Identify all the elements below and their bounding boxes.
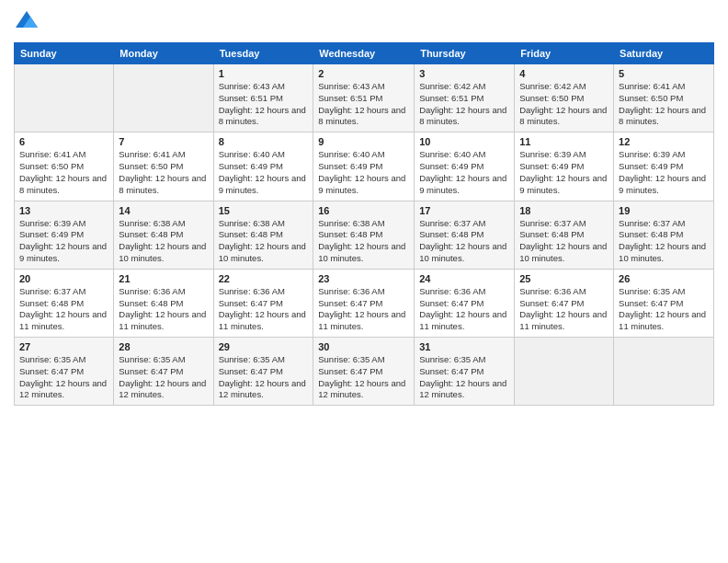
calendar-cell bbox=[614, 338, 714, 406]
cell-info: Sunrise: 6:40 AMSunset: 6:49 PMDaylight:… bbox=[318, 149, 409, 196]
cell-info: Sunrise: 6:38 AMSunset: 6:48 PMDaylight:… bbox=[119, 218, 208, 265]
cell-info: Sunrise: 6:36 AMSunset: 6:47 PMDaylight:… bbox=[419, 286, 509, 333]
calendar-cell: 12Sunrise: 6:39 AMSunset: 6:49 PMDayligh… bbox=[614, 132, 714, 201]
day-number: 18 bbox=[519, 205, 609, 216]
calendar-cell: 1Sunrise: 6:43 AMSunset: 6:51 PMDaylight… bbox=[213, 64, 313, 132]
day-number: 27 bbox=[19, 341, 108, 352]
cell-info: Sunrise: 6:37 AMSunset: 6:48 PMDaylight:… bbox=[419, 218, 509, 265]
calendar-cell: 27Sunrise: 6:35 AMSunset: 6:47 PMDayligh… bbox=[15, 338, 114, 406]
weekday-header-row: SundayMondayTuesdayWednesdayThursdayFrid… bbox=[15, 43, 714, 64]
day-number: 31 bbox=[419, 341, 509, 352]
day-number: 22 bbox=[219, 273, 309, 284]
logo bbox=[14, 9, 43, 35]
calendar-cell: 21Sunrise: 6:36 AMSunset: 6:48 PMDayligh… bbox=[114, 269, 213, 337]
day-number: 30 bbox=[318, 341, 409, 352]
cell-info: Sunrise: 6:41 AMSunset: 6:50 PMDaylight:… bbox=[619, 81, 709, 128]
calendar-cell: 13Sunrise: 6:39 AMSunset: 6:49 PMDayligh… bbox=[15, 201, 114, 269]
day-number: 14 bbox=[119, 205, 208, 216]
calendar-cell: 29Sunrise: 6:35 AMSunset: 6:47 PMDayligh… bbox=[213, 338, 313, 406]
day-number: 24 bbox=[419, 273, 509, 284]
calendar-cell: 14Sunrise: 6:38 AMSunset: 6:48 PMDayligh… bbox=[114, 201, 213, 269]
cell-info: Sunrise: 6:38 AMSunset: 6:48 PMDaylight:… bbox=[318, 218, 409, 265]
cell-info: Sunrise: 6:39 AMSunset: 6:49 PMDaylight:… bbox=[19, 218, 108, 265]
calendar-cell: 6Sunrise: 6:41 AMSunset: 6:50 PMDaylight… bbox=[15, 132, 114, 201]
cell-info: Sunrise: 6:35 AMSunset: 6:47 PMDaylight:… bbox=[318, 354, 409, 401]
day-number: 29 bbox=[219, 341, 309, 352]
day-number: 9 bbox=[318, 136, 409, 147]
day-number: 5 bbox=[619, 68, 709, 79]
calendar-cell bbox=[15, 64, 114, 132]
day-number: 16 bbox=[318, 205, 409, 216]
day-number: 8 bbox=[219, 136, 309, 147]
weekday-header-thursday: Thursday bbox=[415, 43, 515, 64]
weekday-header-sunday: Sunday bbox=[15, 43, 114, 64]
cell-info: Sunrise: 6:37 AMSunset: 6:48 PMDaylight:… bbox=[519, 218, 609, 265]
day-number: 12 bbox=[619, 136, 709, 147]
day-number: 6 bbox=[19, 136, 108, 147]
day-number: 7 bbox=[119, 136, 208, 147]
calendar-cell: 26Sunrise: 6:35 AMSunset: 6:47 PMDayligh… bbox=[614, 269, 714, 337]
calendar-cell: 3Sunrise: 6:42 AMSunset: 6:51 PMDaylight… bbox=[415, 64, 515, 132]
cell-info: Sunrise: 6:42 AMSunset: 6:50 PMDaylight:… bbox=[519, 81, 609, 128]
cell-info: Sunrise: 6:39 AMSunset: 6:49 PMDaylight:… bbox=[519, 149, 609, 196]
weekday-header-wednesday: Wednesday bbox=[313, 43, 415, 64]
calendar-cell: 16Sunrise: 6:38 AMSunset: 6:48 PMDayligh… bbox=[313, 201, 415, 269]
cell-info: Sunrise: 6:38 AMSunset: 6:48 PMDaylight:… bbox=[219, 218, 309, 265]
calendar-cell bbox=[114, 64, 213, 132]
day-number: 13 bbox=[19, 205, 108, 216]
calendar-table: SundayMondayTuesdayWednesdayThursdayFrid… bbox=[14, 42, 714, 406]
cell-info: Sunrise: 6:41 AMSunset: 6:50 PMDaylight:… bbox=[119, 149, 208, 196]
cell-info: Sunrise: 6:43 AMSunset: 6:51 PMDaylight:… bbox=[219, 81, 309, 128]
week-row-3: 13Sunrise: 6:39 AMSunset: 6:49 PMDayligh… bbox=[15, 201, 714, 269]
day-number: 11 bbox=[519, 136, 609, 147]
day-number: 19 bbox=[619, 205, 709, 216]
calendar-cell: 2Sunrise: 6:43 AMSunset: 6:51 PMDaylight… bbox=[313, 64, 415, 132]
cell-info: Sunrise: 6:40 AMSunset: 6:49 PMDaylight:… bbox=[219, 149, 309, 196]
cell-info: Sunrise: 6:43 AMSunset: 6:51 PMDaylight:… bbox=[318, 81, 409, 128]
calendar-cell: 17Sunrise: 6:37 AMSunset: 6:48 PMDayligh… bbox=[415, 201, 515, 269]
calendar-cell: 24Sunrise: 6:36 AMSunset: 6:47 PMDayligh… bbox=[415, 269, 515, 337]
cell-info: Sunrise: 6:39 AMSunset: 6:49 PMDaylight:… bbox=[619, 149, 709, 196]
calendar-cell: 9Sunrise: 6:40 AMSunset: 6:49 PMDaylight… bbox=[313, 132, 415, 201]
cell-info: Sunrise: 6:35 AMSunset: 6:47 PMDaylight:… bbox=[619, 286, 709, 333]
calendar-cell: 18Sunrise: 6:37 AMSunset: 6:48 PMDayligh… bbox=[515, 201, 614, 269]
weekday-header-saturday: Saturday bbox=[614, 43, 714, 64]
calendar-cell: 8Sunrise: 6:40 AMSunset: 6:49 PMDaylight… bbox=[213, 132, 313, 201]
day-number: 23 bbox=[318, 273, 409, 284]
week-row-2: 6Sunrise: 6:41 AMSunset: 6:50 PMDaylight… bbox=[15, 132, 714, 201]
cell-info: Sunrise: 6:36 AMSunset: 6:47 PMDaylight:… bbox=[519, 286, 609, 333]
day-number: 10 bbox=[419, 136, 509, 147]
week-row-1: 1Sunrise: 6:43 AMSunset: 6:51 PMDaylight… bbox=[15, 64, 714, 132]
cell-info: Sunrise: 6:35 AMSunset: 6:47 PMDaylight:… bbox=[419, 354, 509, 401]
cell-info: Sunrise: 6:40 AMSunset: 6:49 PMDaylight:… bbox=[419, 149, 509, 196]
cell-info: Sunrise: 6:36 AMSunset: 6:47 PMDaylight:… bbox=[219, 286, 309, 333]
cell-info: Sunrise: 6:36 AMSunset: 6:48 PMDaylight:… bbox=[119, 286, 208, 333]
week-row-4: 20Sunrise: 6:37 AMSunset: 6:48 PMDayligh… bbox=[15, 269, 714, 337]
day-number: 28 bbox=[119, 341, 208, 352]
weekday-header-tuesday: Tuesday bbox=[213, 43, 313, 64]
weekday-header-monday: Monday bbox=[114, 43, 213, 64]
day-number: 26 bbox=[619, 273, 709, 284]
calendar-cell: 31Sunrise: 6:35 AMSunset: 6:47 PMDayligh… bbox=[415, 338, 515, 406]
weekday-header-friday: Friday bbox=[515, 43, 614, 64]
cell-info: Sunrise: 6:36 AMSunset: 6:47 PMDaylight:… bbox=[318, 286, 409, 333]
day-number: 25 bbox=[519, 273, 609, 284]
cell-info: Sunrise: 6:35 AMSunset: 6:47 PMDaylight:… bbox=[119, 354, 208, 401]
day-number: 15 bbox=[219, 205, 309, 216]
calendar-cell: 23Sunrise: 6:36 AMSunset: 6:47 PMDayligh… bbox=[313, 269, 415, 337]
cell-info: Sunrise: 6:37 AMSunset: 6:48 PMDaylight:… bbox=[619, 218, 709, 265]
calendar-cell: 7Sunrise: 6:41 AMSunset: 6:50 PMDaylight… bbox=[114, 132, 213, 201]
cell-info: Sunrise: 6:35 AMSunset: 6:47 PMDaylight:… bbox=[219, 354, 309, 401]
day-number: 2 bbox=[318, 68, 409, 79]
cell-info: Sunrise: 6:35 AMSunset: 6:47 PMDaylight:… bbox=[19, 354, 108, 401]
calendar-cell: 25Sunrise: 6:36 AMSunset: 6:47 PMDayligh… bbox=[515, 269, 614, 337]
calendar-cell bbox=[515, 338, 614, 406]
day-number: 1 bbox=[219, 68, 309, 79]
day-number: 4 bbox=[519, 68, 609, 79]
calendar-cell: 22Sunrise: 6:36 AMSunset: 6:47 PMDayligh… bbox=[213, 269, 313, 337]
logo-icon bbox=[14, 9, 40, 35]
calendar-cell: 20Sunrise: 6:37 AMSunset: 6:48 PMDayligh… bbox=[15, 269, 114, 337]
cell-info: Sunrise: 6:41 AMSunset: 6:50 PMDaylight:… bbox=[19, 149, 108, 196]
calendar-cell: 19Sunrise: 6:37 AMSunset: 6:48 PMDayligh… bbox=[614, 201, 714, 269]
cell-info: Sunrise: 6:37 AMSunset: 6:48 PMDaylight:… bbox=[19, 286, 108, 333]
